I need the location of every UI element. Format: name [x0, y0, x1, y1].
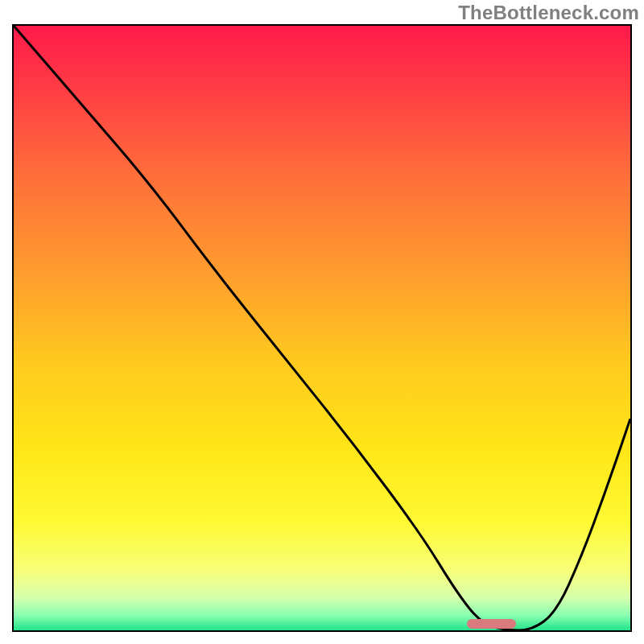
chart-container: TheBottleneck.com: [0, 0, 644, 644]
plot-frame: [12, 24, 632, 632]
plot-svg: [14, 26, 630, 630]
heat-background: [14, 26, 630, 630]
watermark-text: TheBottleneck.com: [458, 2, 639, 24]
optimal-marker: [467, 619, 516, 629]
